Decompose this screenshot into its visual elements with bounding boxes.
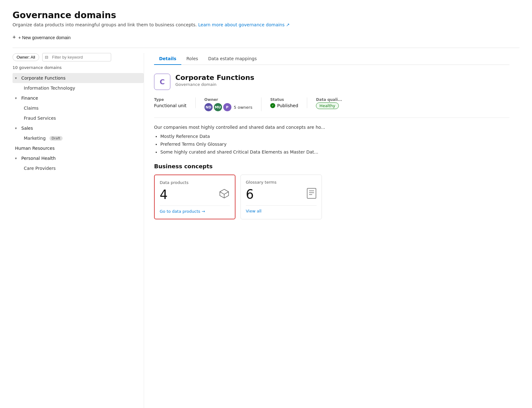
domain-description: Our companies most highly controlled and… <box>154 124 509 131</box>
domain-subtitle: Governance domain <box>175 82 254 87</box>
tab-roles[interactable]: Roles <box>181 53 203 65</box>
tree-item-label: Corporate Functions <box>21 76 65 81</box>
status-label: Status <box>270 97 298 102</box>
tree-item-row-corporate-functions[interactable]: ▾ Corporate Functions <box>13 73 144 83</box>
tree-item-finance: ▾ Finance Claims Fraud Services <box>13 93 144 123</box>
filter-bar: Owner: All ⊟ <box>13 53 144 61</box>
tree-item-label: Claims <box>24 106 39 111</box>
chevron-down-icon: ▾ <box>15 126 19 130</box>
tree-children-sales: Marketing Draft <box>13 133 144 143</box>
domain-icon: C <box>154 74 170 90</box>
tree-item-label: Finance <box>21 96 38 101</box>
glossary-terms-body: 6 <box>246 187 317 201</box>
draft-badge: Draft <box>49 136 63 141</box>
avatar-p: P <box>223 103 231 111</box>
status-badge: Published <box>270 103 298 108</box>
svg-rect-1 <box>307 188 316 198</box>
tree-item-label: Fraud Services <box>24 116 56 121</box>
learn-more-link[interactable]: Learn more about governance domains ↗ <box>198 22 290 27</box>
tree-children-finance: Claims Fraud Services <box>13 103 144 123</box>
health-badge: Healthy <box>316 102 338 109</box>
tree-item-claims: Claims <box>21 103 144 113</box>
description-bullet-3: Some highly curated and shared Critical … <box>160 149 509 155</box>
status-text: Published <box>277 103 298 108</box>
tree-children-corporate-functions: Information Technology <box>13 83 144 93</box>
section-divider <box>13 48 519 48</box>
tree-item-label: Care Providers <box>24 166 56 171</box>
tree-item-label: Sales <box>21 126 33 131</box>
domain-tree: ▾ Corporate Functions Information Techno… <box>13 73 144 173</box>
new-governance-domain-button[interactable]: + + New governance domain <box>13 32 519 43</box>
domain-name: Corporate Functions <box>175 74 254 81</box>
owner-label: Owner <box>204 97 252 102</box>
tree-item-row-claims[interactable]: Claims <box>21 103 144 113</box>
keyword-filter-wrapper: ⊟ <box>42 53 111 61</box>
page-subtitle: Organize data products into meaningful g… <box>13 22 519 27</box>
tree-item-row-fraud-services[interactable]: Fraud Services <box>21 113 144 123</box>
right-panel: Details Roles Data estate mappings C Cor… <box>144 53 519 408</box>
domain-count: 10 governance domains <box>13 65 144 70</box>
tree-item-corporate-functions: ▾ Corporate Functions Information Techno… <box>13 73 144 93</box>
tree-item-row-sales[interactable]: ▾ Sales <box>13 123 144 133</box>
plus-icon: + <box>13 34 16 41</box>
tree-item-label: Information Technology <box>24 86 75 91</box>
avatar-mu: MU <box>214 103 222 111</box>
data-products-count: 4 <box>160 187 168 202</box>
tree-item-human-resources: Human Resources <box>13 143 144 153</box>
glossary-terms-label: Glossary terms <box>246 180 317 185</box>
tree-children-personal-health: Care Providers <box>13 163 144 173</box>
description-bullet-1: Mostly Reference Data <box>160 133 509 140</box>
page-title: Governance domains <box>13 10 519 20</box>
keyword-filter-input[interactable] <box>42 53 111 61</box>
business-concepts-title: Business concepts <box>154 163 509 170</box>
tree-item-personal-health: ▾ Personal Health Care Providers <box>13 153 144 173</box>
data-quality-label: Data quali... <box>316 97 342 102</box>
data-products-label: Data products <box>160 180 230 185</box>
domain-header: C Corporate Functions Governance domain <box>154 74 509 90</box>
glossary-terms-icon <box>307 188 317 201</box>
owner-filter-button[interactable]: Owner: All <box>13 53 39 61</box>
avatar-nd: ND <box>204 103 213 111</box>
description-list: Mostly Reference Data Preferred Terms On… <box>154 133 509 155</box>
meta-type: Type Functional unit <box>154 97 196 108</box>
tab-data-estate-mappings[interactable]: Data estate mappings <box>203 53 262 65</box>
status-dot-icon <box>270 103 275 108</box>
tree-item-label: Marketing <box>24 136 46 141</box>
tree-item-row-care-providers[interactable]: Care Providers <box>21 163 144 173</box>
tree-item-row-finance[interactable]: ▾ Finance <box>13 93 144 103</box>
filter-icon: ⊟ <box>45 55 48 60</box>
tree-item-care-providers: Care Providers <box>21 163 144 173</box>
description-bullet-2: Preferred Terms Only Glossary <box>160 141 509 148</box>
meta-row: Type Functional unit Owner ND MU P 5 own… <box>154 97 509 118</box>
tree-item-marketing: Marketing Draft <box>21 133 144 143</box>
tree-item-sales: ▾ Sales Marketing Draft <box>13 123 144 143</box>
owner-avatars: ND MU P 5 owners <box>204 103 252 111</box>
go-to-data-products-link[interactable]: Go to data products → <box>160 206 230 214</box>
tree-item-information-technology: Information Technology <box>21 83 144 93</box>
owner-count: 5 owners <box>234 105 252 110</box>
meta-owner: Owner ND MU P 5 owners <box>204 97 261 111</box>
tree-item-row-human-resources[interactable]: Human Resources <box>13 143 144 153</box>
tree-item-row-information-technology[interactable]: Information Technology <box>21 83 144 93</box>
type-label: Type <box>154 97 187 102</box>
glossary-terms-count: 6 <box>246 187 254 201</box>
tree-item-label: Personal Health <box>21 156 56 161</box>
tree-item-row-personal-health[interactable]: ▾ Personal Health <box>13 153 144 163</box>
cards-row: Data products 4 Go to data products → <box>154 175 509 219</box>
chevron-down-icon: ▾ <box>15 96 19 100</box>
glossary-terms-card: Glossary terms 6 View all <box>240 175 322 219</box>
tree-item-row-marketing[interactable]: Marketing Draft <box>21 133 144 143</box>
view-all-link[interactable]: View all <box>246 205 317 213</box>
data-products-body: 4 <box>160 187 230 202</box>
left-panel: Owner: All ⊟ 10 governance domains ▾ Cor… <box>13 53 144 408</box>
chevron-down-icon: ▾ <box>15 76 19 80</box>
tab-bar: Details Roles Data estate mappings <box>154 53 509 65</box>
meta-data-quality: Data quali... Healthy <box>316 97 351 108</box>
tree-item-fraud-services: Fraud Services <box>21 113 144 123</box>
tab-details[interactable]: Details <box>154 53 181 65</box>
chevron-down-icon: ▾ <box>15 156 19 160</box>
domain-info: Corporate Functions Governance domain <box>175 74 254 87</box>
type-value: Functional unit <box>154 103 187 108</box>
tree-item-label: Human Resources <box>15 146 54 151</box>
data-products-icon <box>219 188 230 201</box>
